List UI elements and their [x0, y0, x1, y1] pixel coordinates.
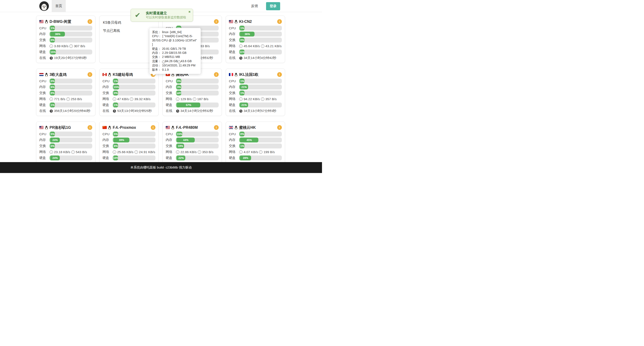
- memory-bar-fill: 3%: [176, 84, 181, 90]
- disk-label: 硬盘: [39, 50, 50, 54]
- server-name: F.4.-Proxmox: [113, 125, 136, 130]
- upload-speed: 307 B/s: [74, 44, 85, 48]
- upload-arrow-icon: ↑: [193, 98, 196, 101]
- server-name: Kt-CN2: [239, 20, 252, 24]
- upload-arrow-icon: ↑: [259, 150, 262, 154]
- disk-bar-fill: 24%: [50, 156, 60, 160]
- memory-label: 内存: [102, 138, 113, 142]
- disk-bar-track: 57%: [176, 102, 219, 108]
- swap-label: 交换: [39, 144, 50, 148]
- info-icon[interactable]: i: [277, 72, 282, 77]
- toast-close-icon[interactable]: ✖: [188, 10, 191, 13]
- clock-icon: [239, 109, 242, 113]
- tooltip-row: 交换：2 MB/511 MB: [152, 55, 198, 59]
- network-label: 网络: [229, 44, 239, 48]
- country-flag-icon: [39, 126, 44, 129]
- footer-panel-link[interactable]: 哪吒面板 build: [143, 166, 164, 170]
- disk-label: 硬盘: [166, 156, 176, 160]
- upload-arrow-icon: ↑: [70, 44, 73, 48]
- clock-icon: [176, 109, 179, 113]
- online-label: 在线: [229, 109, 239, 113]
- upload-speed: 199 B/s: [264, 150, 275, 154]
- download-speed: 23.18 KB/s: [54, 150, 70, 154]
- login-button[interactable]: 登录: [266, 2, 280, 10]
- clock-icon: [113, 109, 116, 113]
- country-flag-icon: [229, 20, 233, 23]
- info-icon[interactable]: i: [277, 125, 282, 130]
- cpu-bar-fill: 5%: [113, 132, 118, 136]
- footer-bar: 本系统由 哪吒面板 build · c23b88b 强力驱动: [0, 162, 322, 173]
- network-speeds: ↓ 3.69 KB/s ↑ 307 B/s: [50, 44, 85, 48]
- swap-bar-track: 0%: [239, 38, 282, 42]
- download-arrow-icon: ↓: [113, 150, 116, 154]
- network-label: 网络: [229, 97, 239, 101]
- tooltip-row-value: 20.81 GB/1.79 TB: [162, 47, 186, 50]
- swap-label: 交换: [39, 91, 50, 95]
- cpu-label: CPU: [39, 132, 50, 136]
- download-speed: 771 B/s: [54, 97, 65, 101]
- network-label: 网络: [166, 97, 176, 101]
- tooltip-row-label: 内存：: [152, 51, 161, 54]
- disk-bar-track: 28%: [239, 156, 282, 160]
- swap-label: 交换: [229, 91, 239, 95]
- disk-bar-fill: 22%: [176, 156, 185, 160]
- disk-bar-fill: 10%: [113, 156, 118, 160]
- swap-label: 交换: [229, 38, 239, 42]
- swap-bar-fill: NaN%: [176, 90, 181, 96]
- swap-bar-track: 19%: [176, 144, 219, 148]
- network-label: 网络: [102, 150, 113, 154]
- tooltip-row-value: 2 MB/511 MB: [162, 55, 180, 58]
- feedback-link[interactable]: 反馈: [251, 0, 258, 12]
- server-card: F.4.-PR480M i CPU 15% 内存 44% 交换 19% 网络 ↓: [162, 122, 222, 169]
- cpu-bar-track: 1%: [239, 78, 282, 84]
- network-label: 网络: [166, 150, 176, 154]
- upload-arrow-icon: ↑: [134, 150, 138, 154]
- info-icon[interactable]: i: [214, 125, 219, 130]
- memory-label: 内存: [39, 138, 50, 142]
- memory-label: 内存: [39, 85, 50, 89]
- info-icon[interactable]: i: [88, 72, 92, 77]
- memory-bar-track: 36%: [50, 32, 92, 36]
- linux-penguin-icon: [108, 126, 111, 130]
- info-icon[interactable]: i: [88, 125, 92, 130]
- info-icon[interactable]: i: [214, 19, 219, 24]
- site-logo-avatar[interactable]: [39, 1, 49, 11]
- upload-arrow-icon: ↑: [130, 98, 133, 101]
- memory-label: 内存: [229, 138, 239, 142]
- swap-label: 交换: [102, 91, 113, 95]
- uptime-value: 53天13小时45分钟25秒: [117, 109, 152, 113]
- info-icon[interactable]: i: [88, 19, 92, 24]
- online-label: 在线: [102, 109, 113, 113]
- network-label: 网络: [39, 150, 50, 154]
- swap-bar-fill: 0%: [239, 38, 244, 42]
- disk-bar-fill: 57%: [176, 102, 200, 108]
- cpu-bar-track: 1%: [50, 26, 92, 30]
- toast-check-icon: ✔: [135, 12, 146, 18]
- tooltip-row-label: 交换：: [152, 55, 161, 58]
- upload-arrow-icon: ↑: [261, 44, 264, 48]
- cpu-label: CPU: [229, 26, 239, 30]
- toast-title: 实时通道建立: [146, 11, 186, 16]
- nav-tab-home[interactable]: 首页: [52, 0, 66, 12]
- cpu-bar-track: 5%: [113, 132, 156, 136]
- upload-speed: 43.21 KB/s: [266, 44, 282, 48]
- download-speed: 47 KB/s: [117, 97, 129, 101]
- server-card: D-BWG-闲置 i CPU 1% 内存 36% 交换 0% 网络 ↓ 3.69: [36, 16, 96, 63]
- download-speed: 94.22 KB/s: [244, 97, 260, 101]
- cpu-bar-track: 0%: [239, 132, 282, 136]
- swap-bar-fill: 8%: [113, 144, 118, 148]
- server-card: IKL法国1欧 i CPU 1% 内存 21% 交换 1% 网络 ↓ 94.22: [226, 68, 285, 116]
- info-icon[interactable]: i: [151, 125, 156, 130]
- swap-label: 交换: [166, 144, 176, 148]
- disk-bar-fill: 1%: [50, 102, 55, 108]
- network-speeds: ↓ 45.64 KB/s ↑ 43.21 KB/s: [239, 44, 282, 48]
- swap-bar-fill: 19%: [176, 144, 184, 148]
- online-label: 在线: [166, 109, 176, 113]
- server-info-tooltip: 系统：linux- [x86_64]CPU：[ "Intel(R) Core(T…: [150, 28, 201, 74]
- memory-label: 内存: [39, 32, 50, 36]
- info-icon[interactable]: i: [214, 72, 219, 77]
- tooltip-row-label: 系统：: [152, 30, 161, 34]
- toast-realtime-channel: ✔ 实时通道建立 可以实时获取最新监控数据啦 ✖: [131, 9, 193, 22]
- info-icon[interactable]: i: [277, 19, 282, 24]
- disk-bar-track: 1%: [113, 102, 156, 108]
